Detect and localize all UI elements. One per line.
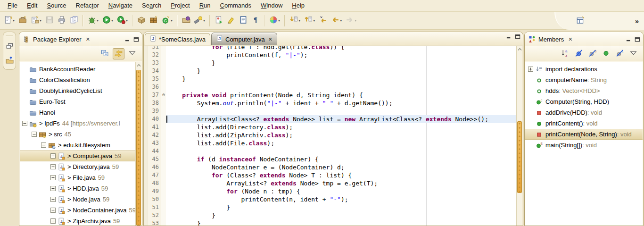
code-line-50[interactable]: 50 printContent(n, ident + "-"); (148, 195, 516, 203)
line-number[interactable]: 36 (148, 83, 161, 91)
collapse-icon[interactable] (22, 118, 29, 129)
line-number[interactable]: 46 (148, 163, 161, 171)
build-button[interactable] (68, 15, 80, 27)
package-explorer-tree[interactable]: BankAccountReaderColorClassificationDoub… (20, 62, 141, 226)
line-number[interactable]: 49 (148, 187, 161, 195)
menu-file[interactable]: File (3, 0, 22, 11)
back-button[interactable]: ▾ (330, 15, 343, 27)
line-number[interactable]: 41 (148, 123, 161, 131)
tree-item-doublylinkedcycliclist[interactable]: DoublyLinkedCyclicList (20, 85, 141, 96)
scrollbar-thumb[interactable] (136, 70, 141, 226)
dropdown-arrow-icon[interactable]: ▾ (203, 18, 205, 23)
expand-icon[interactable] (50, 161, 58, 172)
new-type-button[interactable]: ▾ (29, 15, 43, 27)
code-line-31[interactable]: 31 for (File f : hdd.get(File.class)) { (148, 46, 516, 51)
tree-item-node-java[interactable]: J> Node.java59 (20, 194, 141, 205)
tab-close-icon[interactable]: ✕ (268, 36, 272, 42)
member-item-adddrive-hdd-[interactable]: addDrive(HDD) : void (525, 107, 643, 118)
scrollbar-thumb[interactable] (517, 121, 522, 193)
code-line-41[interactable]: 41 list.add(Directory.class); (148, 123, 516, 131)
editor-minimize-icon[interactable] (506, 34, 512, 39)
dropdown-arrow-icon[interactable]: ▾ (126, 18, 128, 23)
menu-navigate[interactable]: Navigate (104, 0, 137, 11)
code-line-39[interactable]: 39 (148, 107, 516, 115)
menu-source[interactable]: Source (42, 0, 71, 11)
collapse-icon[interactable] (32, 129, 39, 140)
team-sync-button[interactable] (213, 15, 224, 27)
menu-edit[interactable]: Edit (22, 0, 42, 11)
menu-refactor[interactable]: Refactor (71, 0, 104, 11)
tree-item-file-java[interactable]: J> File.java59 (20, 172, 141, 183)
tree-item-bankaccountreader[interactable]: BankAccountReader (20, 64, 141, 75)
member-item-printcontent-node-string-[interactable]: printContent(Node, String) : void (525, 129, 643, 140)
maximize-icon[interactable] (635, 37, 640, 42)
fastview-drag-handle[interactable] (6, 35, 13, 36)
tree-item-ipdfs[interactable]: > IpdFs44 [https://svnserver.i (20, 118, 141, 129)
dropdown-arrow-icon[interactable]: ▾ (278, 18, 280, 23)
line-number[interactable]: 43 (148, 139, 161, 147)
line-number[interactable]: 38 (148, 99, 161, 107)
member-item-computer-string-hdd-[interactable]: cComputer(String, HDD) (525, 96, 643, 107)
link-with-editor-button[interactable] (113, 48, 124, 59)
code-line-35[interactable]: 35 } (148, 75, 516, 83)
debug-button[interactable]: ▾ (86, 15, 100, 27)
dropdown-arrow-icon[interactable]: ▾ (340, 18, 342, 23)
line-number[interactable]: 53 (148, 219, 161, 226)
open-type-button[interactable] (181, 15, 192, 27)
member-item-import-declarations[interactable]: import declarations (525, 64, 643, 75)
code-line-33[interactable]: 33 } (148, 59, 516, 67)
line-number[interactable]: 39 (148, 107, 161, 115)
code-line-32[interactable]: 32 printContent(f, "|-"); (148, 51, 516, 59)
menu-window[interactable]: Window (256, 0, 287, 11)
code-line-53[interactable]: 53 } (148, 219, 516, 226)
tree-item-directory-java[interactable]: J> Directory.java59 (20, 161, 141, 172)
dropdown-arrow-icon[interactable]: ▾ (111, 18, 113, 23)
line-number[interactable]: 33 (148, 59, 161, 67)
new-project-button[interactable] (17, 15, 28, 27)
new-package-button[interactable] (148, 15, 159, 27)
new-java-project-button[interactable] (136, 15, 147, 27)
scroll-up-icon[interactable] (517, 46, 522, 53)
prev-annotation-button[interactable]: ▾ (303, 15, 316, 27)
java-perspective-button[interactable] (575, 15, 586, 27)
restore-views-button[interactable] (6, 42, 14, 51)
code-line-44[interactable]: 44 (148, 147, 516, 155)
expand-icon[interactable] (50, 183, 58, 194)
package-explorer-fastview-button[interactable] (6, 56, 14, 66)
expand-icon[interactable] (50, 151, 58, 161)
line-number[interactable]: 34 (148, 67, 161, 75)
highlighter-button[interactable] (225, 15, 237, 27)
menu-commands[interactable]: Commands (215, 0, 256, 11)
code-line-51[interactable]: 51 } (148, 203, 516, 211)
members-close-icon[interactable]: ✕ (567, 36, 573, 43)
minimize-icon[interactable] (626, 37, 632, 42)
dropdown-arrow-icon[interactable]: ▾ (355, 18, 356, 23)
line-number[interactable]: 51 (148, 203, 161, 211)
member-item-main-string-[interactable]: Smain(String[]) : void (525, 140, 643, 151)
menu-help[interactable]: Help (287, 0, 309, 11)
dropdown-arrow-icon[interactable]: ▾ (171, 18, 173, 23)
tree-item-computer-java[interactable]: J> Computer.java59 (20, 151, 141, 161)
code-line-52[interactable]: 52 } (148, 211, 516, 219)
dropdown-arrow-icon[interactable]: ▾ (40, 18, 41, 23)
line-number[interactable]: 50 (148, 195, 161, 203)
editor-scrollbar[interactable] (516, 46, 522, 226)
dropdown-arrow-icon[interactable]: ▾ (298, 18, 300, 23)
toolbar-overflow-chevron[interactable]: » (635, 17, 638, 25)
code-line-40[interactable]: 40 ArrayList<Class<? extends Node>> list… (148, 115, 516, 123)
code-line-36[interactable]: 36 (148, 83, 516, 91)
collapse-all-button[interactable] (99, 48, 111, 59)
dropdown-arrow-icon[interactable]: ▾ (313, 18, 315, 23)
next-annotation-button[interactable]: ▾ (288, 15, 302, 27)
collapse-icon[interactable] (41, 140, 48, 151)
menu-search[interactable]: Search (137, 0, 166, 11)
tree-item-hanoi[interactable]: Hanoi (20, 107, 141, 118)
new-class-button[interactable]: C▾ (160, 15, 174, 27)
member-item-hdds[interactable]: hdds : Vector<HDD> (525, 85, 643, 96)
expand-icon[interactable] (50, 172, 58, 183)
dropdown-arrow-icon[interactable]: ▾ (13, 18, 15, 23)
code-line-43[interactable]: 43 list.add(File.class); (148, 139, 516, 147)
run-coverage-button[interactable]: ▾ (116, 15, 129, 27)
menu-run[interactable]: Run (195, 0, 215, 11)
sort-button[interactable]: az (559, 48, 571, 59)
